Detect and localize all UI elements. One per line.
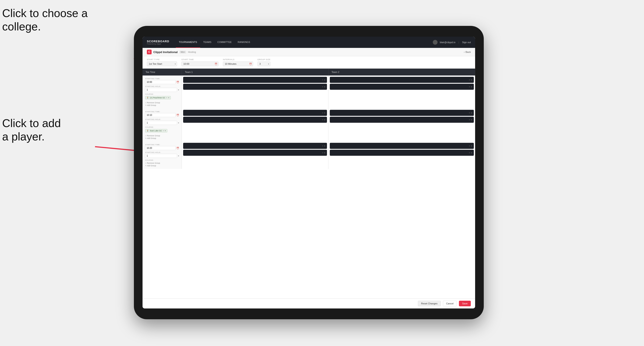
hole-chevron-1: ▾ — [178, 122, 179, 124]
slot-x-0-0[interactable]: × — [322, 79, 323, 81]
start-time-input[interactable] — [182, 61, 218, 66]
tablet-frame: SCOREBOARD Powered by clippd TOURNAMENTS… — [134, 26, 484, 319]
team1-slot-2-0[interactable]: × ▾ — [183, 143, 327, 149]
starting-hole-input-2[interactable] — [145, 154, 177, 158]
starting-time-input-2[interactable] — [145, 146, 176, 150]
slot-chevron-1-0: ▾ — [324, 112, 325, 114]
nav-link-committee[interactable]: COMMITTEE — [214, 37, 235, 48]
course-chevron-0: ▾ — [168, 97, 169, 99]
group-size-group: Group Size 3 ▾ — [258, 58, 270, 66]
tablet-screen: SCOREBOARD Powered by clippd TOURNAMENTS… — [142, 37, 475, 309]
user-email: blair@clippd.io — [440, 41, 455, 44]
course-remove-1[interactable]: × — [163, 130, 164, 132]
nav-link-rankings[interactable]: RANKINGS — [235, 37, 253, 48]
course-icon-0: 🏌 — [147, 97, 149, 99]
team2-slot-0-0[interactable]: × ▾ — [330, 77, 474, 83]
logo-letter: C — [148, 50, 150, 53]
col-tee-time-header: Tee Time — [142, 69, 182, 75]
save-button[interactable]: Save — [459, 301, 471, 306]
intervals-group: Intervals 10 Minutes ⏰ — [223, 58, 253, 66]
sign-out-link[interactable]: Sign out — [462, 41, 471, 44]
start-time-group: Start Time ⏰ — [182, 58, 218, 66]
course-label-2: COURSE: — [145, 159, 179, 161]
team2-slot-1-1[interactable]: × ▾ — [330, 117, 474, 123]
intervals-select[interactable]: 10 Minutes — [223, 61, 253, 66]
add-group-link-1[interactable]: + Add Group — [145, 137, 179, 139]
team2-slot-x-2-0[interactable]: × — [469, 145, 470, 147]
starting-hole-label-0: STARTING HOLE: — [145, 85, 179, 87]
course-remove-0[interactable]: × — [166, 97, 167, 99]
start-time-label: Start Time — [182, 58, 218, 61]
group-row-1: STARTING TIME: ⏰ STARTING HOLE: ▾ COURSE… — [142, 75, 475, 109]
annotation-line2: college. — [2, 20, 41, 33]
slot-chevron-2-0: ▾ — [324, 145, 325, 147]
remove-group-link-0[interactable]: ○ Remove Group — [145, 102, 179, 104]
starting-hole-input-1[interactable] — [145, 121, 177, 125]
brand-title: SCOREBOARD — [147, 40, 169, 43]
reset-button[interactable]: Reset Changes — [418, 301, 441, 306]
slot-x-0-1[interactable]: × — [322, 86, 323, 88]
add-group-link-0[interactable]: + Add Group — [145, 104, 179, 106]
main-content: Tee Time Team 1 Team 2 STARTING TIME: ⏰ … — [142, 69, 475, 298]
team2-slot-chevron-1-0: ▾ — [471, 112, 472, 114]
starting-time-input-1[interactable] — [145, 113, 176, 117]
nav-links: TOURNAMENTS TEAMS COMMITTEE RANKINGS — [176, 37, 433, 48]
breadcrumb-bar: C Clippd Invitational Men Hosting ‹ Back — [142, 48, 475, 56]
add-group-link-2[interactable]: + Add Group — [145, 165, 179, 167]
remove-group-link-1[interactable]: ○ Remove Group — [145, 135, 179, 137]
start-type-group: Start Type 1st Tee Start ▾ — [147, 58, 177, 66]
group-size-select[interactable]: 3 — [258, 61, 270, 66]
team2-slot-2-1[interactable]: × ▾ — [330, 150, 474, 156]
course-name-0: (A) Peachtree GC — [150, 97, 166, 99]
back-button[interactable]: ‹ Back — [464, 51, 471, 53]
team2-slot-x-2-1[interactable]: × — [469, 152, 470, 154]
slot-x-2-0[interactable]: × — [322, 145, 323, 147]
clock-icon-2: ⏰ — [176, 147, 179, 149]
nav-link-teams[interactable]: TEAMS — [200, 37, 214, 48]
course-name-1: East Lake GC — [150, 130, 162, 132]
annotation-line3: Click to add — [2, 117, 61, 129]
annotation-add-player: Click to add a player. — [2, 117, 61, 144]
course-label-1: COURSE: — [145, 126, 179, 128]
team2-slot-chevron-0-1: ▾ — [471, 86, 472, 88]
hole-chevron-2: ▾ — [178, 155, 179, 157]
team2-slot-2-0[interactable]: × ▾ — [330, 143, 474, 149]
controls-bar: Start Type 1st Tee Start ▾ Start Time ⏰ … — [142, 56, 475, 69]
nav-avatar — [433, 40, 438, 45]
breadcrumb-left: C Clippd Invitational Men Hosting — [147, 50, 196, 54]
team2-slot-x-1-1[interactable]: × — [469, 119, 470, 121]
starting-time-label-1: STARTING TIME: — [145, 111, 179, 113]
team2-slot-chevron-1-1: ▾ — [471, 119, 472, 121]
team2-slot-x-0-1[interactable]: × — [469, 86, 470, 88]
remove-group-link-2[interactable]: ○ Remove Group — [145, 162, 179, 164]
starting-time-label-2: STARTING TIME: — [145, 144, 179, 146]
team1-slot-1-0[interactable]: × ▾ — [183, 110, 327, 116]
course-label-0: COURSE: — [145, 93, 179, 95]
team1-slot-2-1[interactable]: × ▾ — [183, 150, 327, 156]
col-team1-header: Team 1 — [182, 69, 328, 75]
slot-chevron-1-1: ▾ — [324, 119, 325, 121]
start-type-label: Start Type — [147, 58, 177, 61]
team2-slot-0-1[interactable]: × ▾ — [330, 84, 474, 90]
slot-chevron-2-1: ▾ — [324, 152, 325, 154]
team2-slot-x-0-0[interactable]: × — [469, 79, 470, 81]
team2-slot-x-1-0[interactable]: × — [469, 112, 470, 114]
breadcrumb-logo: C — [147, 50, 152, 54]
slot-x-1-1[interactable]: × — [322, 119, 323, 121]
team2-slot-1-0[interactable]: × ▾ — [330, 110, 474, 116]
slot-x-2-1[interactable]: × — [322, 152, 323, 154]
starting-hole-input-0[interactable] — [145, 88, 177, 92]
course-icon-1: 🏌 — [147, 130, 149, 132]
clock-icon-0: ⏰ — [176, 81, 179, 83]
starting-time-input-0[interactable] — [145, 80, 176, 84]
cancel-button[interactable]: Cancel — [443, 301, 457, 306]
team1-slot-0-1[interactable]: × ▾ — [183, 84, 327, 90]
slot-x-1-0[interactable]: × — [322, 112, 323, 114]
nav-link-tournaments[interactable]: TOURNAMENTS — [176, 37, 200, 48]
team1-slot-0-0[interactable]: × ▾ — [183, 77, 327, 83]
start-type-select[interactable]: 1st Tee Start — [147, 61, 177, 66]
team1-slot-1-1[interactable]: × ▾ — [183, 117, 327, 123]
team2-slot-chevron-2-0: ▾ — [471, 145, 472, 147]
tournament-title: Clippd Invitational — [153, 50, 178, 54]
nav-user: blair@clippd.io | Sign out — [433, 40, 471, 45]
